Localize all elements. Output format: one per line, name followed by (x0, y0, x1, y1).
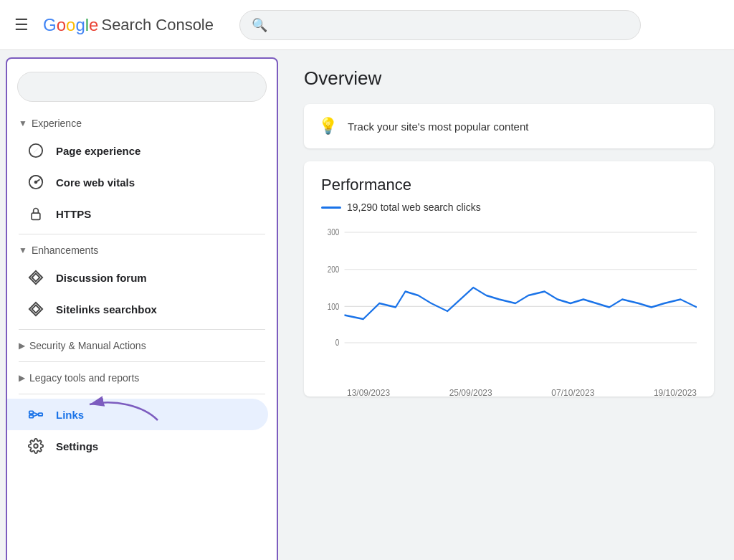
divider-3 (19, 361, 265, 362)
divider-1 (19, 234, 265, 234)
x-axis-labels: 13/09/2023 25/09/2023 07/10/2023 19/10/2… (321, 388, 697, 397)
svg-text:100: 100 (328, 302, 340, 311)
divider-2 (19, 329, 265, 330)
x-label-3: 07/10/2023 (551, 388, 594, 397)
svg-point-0 (29, 144, 42, 157)
sidebar-item-discussion-forum-label: Discussion forum (56, 272, 147, 284)
layout: ▼ Experience Page experience C (0, 50, 734, 560)
svg-text:300: 300 (328, 227, 340, 237)
tip-card: 💡 Track your site's most popular content (304, 104, 714, 148)
sidebar-item-https[interactable]: HTTPS (7, 198, 268, 229)
svg-rect-11 (29, 411, 34, 414)
topbar: ☰ Google Search Console 🔍 (0, 0, 734, 50)
svg-rect-13 (39, 413, 42, 416)
chevron-right-icon: ▶ (19, 341, 25, 351)
chart-area: 300 200 100 0 13/09/2023 25/09/2023 07/1… (321, 224, 697, 382)
performance-chart: 300 200 100 0 (321, 224, 697, 382)
sidebar-item-settings-label: Settings (56, 440, 98, 452)
performance-legend: 19,290 total web search clicks (321, 201, 697, 213)
search-bar[interactable]: 🔍 (239, 10, 641, 40)
diamond-icon-1 (27, 269, 44, 286)
site-selector[interactable] (17, 72, 267, 102)
section-enhancements-label: Enhancements (32, 245, 98, 256)
arrow-annotation (86, 391, 172, 431)
svg-rect-6 (32, 213, 40, 219)
sidebar-item-https-label: HTTPS (56, 208, 91, 220)
links-icon (27, 406, 44, 423)
logo-google: Google (43, 15, 98, 35)
svg-point-5 (35, 181, 37, 184)
section-security-label: Security & Manual Actions (29, 340, 146, 351)
logo-text: Search Console (101, 16, 214, 34)
sidebar-item-core-web-vitals-label: Core web vitals (56, 176, 135, 189)
sidebar-item-links-label: Links (56, 409, 84, 421)
svg-point-17 (34, 444, 38, 448)
search-icon: 🔍 (252, 17, 267, 33)
svg-marker-8 (32, 274, 40, 282)
section-security[interactable]: ▶ Security & Manual Actions (7, 334, 277, 357)
svg-rect-12 (29, 415, 34, 418)
sidebar-item-discussion-forum[interactable]: Discussion forum (7, 262, 268, 293)
sidebar-item-page-experience[interactable]: Page experience (7, 135, 268, 166)
sidebar-item-core-web-vitals[interactable]: Core web vitals (7, 166, 268, 198)
hamburger-icon[interactable]: ☰ (11, 13, 32, 37)
sidebar-item-sitelinks-searchbox-label: Sitelinks searchbox (56, 303, 157, 315)
chevron-down-icon-2: ▼ (19, 245, 27, 255)
section-experience[interactable]: ▼ Experience (7, 112, 277, 135)
section-experience-label: Experience (32, 118, 82, 129)
sidebar-item-page-experience-label: Page experience (56, 145, 140, 157)
compass-icon (27, 142, 44, 159)
section-enhancements[interactable]: ▼ Enhancements (7, 239, 277, 262)
legend-line (321, 207, 341, 209)
section-legacy[interactable]: ▶ Legacy tools and reports (7, 366, 277, 389)
svg-text:0: 0 (335, 338, 340, 347)
divider-4 (19, 394, 265, 394)
x-label-1: 13/09/2023 (347, 388, 390, 397)
x-label-2: 25/09/2023 (449, 388, 492, 397)
lightbulb-icon: 💡 (318, 117, 338, 136)
gauge-icon (27, 174, 44, 191)
sidebar-item-sitelinks-searchbox[interactable]: Sitelinks searchbox (7, 293, 268, 325)
svg-line-15 (33, 414, 38, 417)
sidebar-item-settings[interactable]: Settings (7, 430, 268, 462)
svg-marker-10 (32, 305, 40, 313)
svg-text:200: 200 (328, 265, 340, 274)
main-content: Overview 💡 Track your site's most popula… (284, 50, 734, 560)
x-label-4: 19/10/2023 (654, 388, 697, 397)
logo: Google Search Console (43, 15, 214, 35)
svg-marker-1 (33, 148, 38, 153)
diamond-icon-2 (27, 300, 44, 318)
chevron-right-icon-2: ▶ (19, 373, 25, 383)
page-title: Overview (304, 67, 714, 90)
lock-icon (27, 205, 44, 222)
section-legacy-label: Legacy tools and reports (29, 372, 139, 384)
tip-text: Track your site's most popular content (348, 120, 528, 133)
chevron-down-icon: ▼ (19, 118, 27, 128)
sidebar-item-links[interactable]: Links (7, 399, 268, 430)
performance-card: Performance 19,290 total web search clic… (304, 161, 714, 397)
sidebar: ▼ Experience Page experience C (6, 57, 278, 560)
legend-label: 19,290 total web search clicks (347, 201, 481, 213)
gear-icon (27, 437, 44, 455)
performance-title: Performance (321, 176, 697, 194)
